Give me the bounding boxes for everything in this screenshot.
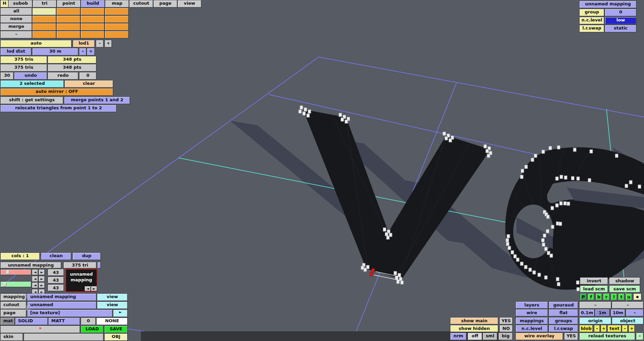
show-hidden-toggle[interactable]: show hidden [450, 325, 498, 332]
cutout-row-value[interactable]: unnamed [28, 302, 96, 309]
grid-01m-button[interactable]: 0.1m [580, 309, 594, 316]
subob-minus-button[interactable]: – [1, 31, 32, 38]
obj-export-button[interactable]: OBJ [105, 334, 127, 341]
subobject-grid-cell[interactable] [33, 16, 56, 23]
show-main-toggle[interactable]: show main [450, 318, 498, 324]
lod-dist-minus-button[interactable]: – [79, 48, 86, 55]
text-plus-button[interactable]: + [629, 325, 635, 332]
nrm-big-button[interactable]: big [499, 333, 513, 340]
lod1-button[interactable]: lod1 [73, 40, 95, 47]
tab-page[interactable]: page [154, 0, 177, 7]
mapping-scroll-strip[interactable] [98, 262, 101, 268]
proj-p-button[interactable]: P [580, 294, 586, 300]
subobject-grid-cell[interactable] [81, 8, 104, 15]
dup-button[interactable]: dup [73, 253, 101, 260]
subobject-grid-cell[interactable] [105, 16, 128, 23]
channel-right-arrow[interactable]: ► [39, 276, 45, 282]
relocate-triangles-button[interactable]: relocate triangles from point 1 to 2 [1, 105, 116, 112]
dash-button[interactable]: – [612, 302, 643, 308]
nrm-sml-button[interactable]: sml [483, 333, 497, 340]
origin-button[interactable]: origin [580, 318, 611, 324]
grid-1m-button-active[interactable]: 1m [595, 309, 609, 316]
channel-left-arrow[interactable]: ◄ [32, 270, 38, 275]
layers-toggle[interactable]: layers [516, 302, 548, 308]
lod-auto-button[interactable]: auto [1, 40, 71, 47]
subobject-grid-cell[interactable] [33, 8, 56, 15]
proj-dot-button[interactable]: ● [634, 294, 641, 300]
dash-button[interactable]: – [580, 302, 611, 308]
mapping-name[interactable]: unnamed mapping [1, 262, 61, 268]
undo-button[interactable]: undo [14, 72, 47, 79]
auto-mirror-toggle[interactable]: auto mirror : OFF [1, 89, 113, 96]
tab-view[interactable]: view [178, 0, 201, 7]
proj-right-button[interactable]: r [603, 294, 609, 300]
subob-merge-button[interactable]: merge [1, 23, 32, 31]
tab-point[interactable]: point [57, 0, 80, 7]
save-button[interactable]: SAVE [105, 326, 127, 333]
grid-10m-button[interactable]: 10m [611, 309, 625, 316]
mat-matt-button[interactable]: MATT [49, 318, 80, 325]
flat-toggle[interactable]: flat [549, 309, 578, 316]
mappings-toggle[interactable]: mappings [516, 318, 548, 324]
wire-overlay-value[interactable]: YES [565, 333, 578, 340]
proj-front-button[interactable]: f [588, 294, 594, 300]
blob-plus-button[interactable]: + [601, 325, 606, 332]
lod-minus-button[interactable]: – [96, 40, 103, 47]
lr-swap-toggle[interactable]: l.r.swap [549, 325, 578, 332]
mat-texture-none[interactable]: NONE [97, 318, 127, 325]
subobject-grid-cell[interactable] [57, 8, 80, 15]
channel-slider-red[interactable] [1, 270, 31, 275]
lod-dist-value[interactable]: 30 m [33, 48, 78, 55]
slider-handle[interactable] [3, 282, 6, 286]
cutout-view-button[interactable]: view [97, 302, 127, 309]
tab-build-active[interactable]: build [81, 0, 105, 7]
nc-level-toggle[interactable]: n.c.level [516, 325, 548, 332]
preview-next-arrow[interactable]: ► [91, 286, 97, 291]
group-value[interactable]: 0 [605, 9, 636, 16]
mapping-row-value[interactable]: unnamed mapping [28, 294, 96, 301]
invert-button[interactable]: invert [580, 278, 608, 284]
blob-minus-button[interactable]: – [594, 325, 600, 332]
show-hidden-value[interactable]: NO [500, 325, 513, 332]
tab-map[interactable]: map [105, 0, 129, 7]
clean-button[interactable]: clean [41, 253, 71, 260]
text-button[interactable]: text [608, 325, 621, 332]
channel-right-arrow[interactable]: ► [39, 270, 45, 275]
reload-dash-button[interactable]: – [636, 333, 643, 340]
wire-overlay-toggle[interactable]: wire overlay [516, 333, 563, 340]
subobject-grid-cell[interactable] [57, 16, 80, 23]
mat-index[interactable]: 0 [81, 318, 96, 325]
mapping-view-button[interactable]: view [97, 294, 127, 301]
save-scm-button[interactable]: save scm [609, 286, 640, 292]
subobject-grid-cell[interactable] [105, 31, 128, 38]
redo-button[interactable]: redo [48, 72, 78, 79]
gouraud-toggle[interactable]: gouraud [549, 302, 578, 308]
mat-solid-button[interactable]: SOLID [15, 318, 48, 325]
text-minus-button[interactable]: – [622, 325, 628, 332]
shadow-button[interactable]: shadow [609, 278, 640, 284]
slider-handle[interactable] [6, 270, 9, 274]
lr-swap-value[interactable]: static [605, 25, 636, 32]
cols-button[interactable]: cols : 1 [1, 253, 40, 260]
proj-left-button[interactable]: l [611, 294, 617, 300]
subobject-grid-cell[interactable] [81, 31, 104, 38]
blob-button[interactable]: blob [580, 325, 593, 332]
tab-tri[interactable]: tri [33, 0, 56, 7]
lod-plus-button[interactable]: + [105, 40, 112, 47]
subobject-grid-cell[interactable] [33, 31, 56, 38]
subob-all-button[interactable]: all [1, 8, 32, 15]
wire-toggle[interactable]: wire [516, 309, 548, 316]
proj-back-button[interactable]: b [596, 294, 602, 300]
skin-name-field[interactable] [24, 334, 103, 341]
subobject-grid-cell[interactable] [57, 31, 80, 38]
tab-subob[interactable]: subob [9, 0, 32, 7]
proj-under-button[interactable]: u [626, 294, 632, 300]
subobject-grid-cell[interactable] [81, 16, 104, 23]
page-next-button[interactable]: ► [113, 310, 127, 317]
skin-button[interactable]: skin [1, 334, 23, 341]
subobject-grid-cell[interactable] [33, 23, 56, 31]
object-button[interactable]: object [612, 318, 643, 324]
show-main-value[interactable]: YES [500, 318, 513, 324]
tab-h[interactable]: H [1, 0, 8, 7]
subobject-grid-cell[interactable] [81, 23, 104, 31]
